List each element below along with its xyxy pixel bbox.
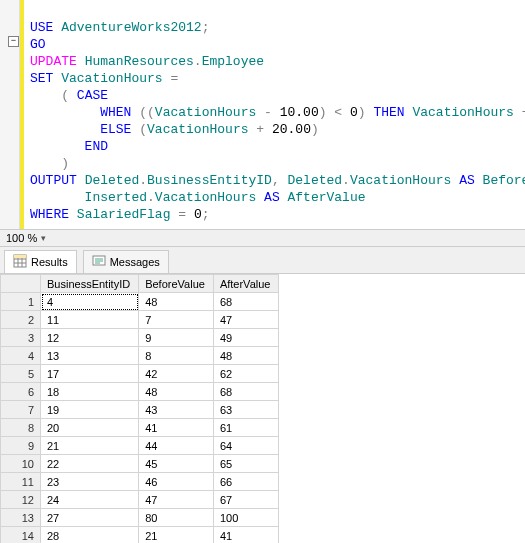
results-grid[interactable]: BusinessEntityID BeforeValue AfterValue … xyxy=(0,274,525,543)
cell[interactable]: 44 xyxy=(139,437,214,455)
cell[interactable]: 63 xyxy=(213,401,279,419)
table-row[interactable]: 14282141 xyxy=(1,527,279,544)
cell[interactable]: 23 xyxy=(41,473,139,491)
table-row[interactable]: 10224565 xyxy=(1,455,279,473)
cell[interactable]: 67 xyxy=(213,491,279,509)
table-row[interactable]: 6184868 xyxy=(1,383,279,401)
row-number[interactable]: 5 xyxy=(1,365,41,383)
table-row[interactable]: 413848 xyxy=(1,347,279,365)
table-row[interactable]: 11234666 xyxy=(1,473,279,491)
cell[interactable]: 4 xyxy=(41,293,139,311)
tab-messages[interactable]: Messages xyxy=(83,250,169,273)
row-number[interactable]: 14 xyxy=(1,527,41,544)
cell[interactable]: 19 xyxy=(41,401,139,419)
paren-close: ) xyxy=(61,156,69,171)
cell[interactable]: 66 xyxy=(213,473,279,491)
row-number[interactable]: 13 xyxy=(1,509,41,527)
kw-case: CASE xyxy=(77,88,108,103)
cell[interactable]: 21 xyxy=(41,437,139,455)
table-row[interactable]: 12244767 xyxy=(1,491,279,509)
table-row[interactable]: 8204161 xyxy=(1,419,279,437)
table: Employee xyxy=(202,54,264,69)
table-row[interactable]: 144868 xyxy=(1,293,279,311)
cell[interactable]: 28 xyxy=(41,527,139,544)
corner-cell[interactable] xyxy=(1,275,41,293)
result-tabs: Results Messages xyxy=(0,247,525,274)
cell[interactable]: 22 xyxy=(41,455,139,473)
cell[interactable]: 47 xyxy=(139,491,214,509)
cell[interactable]: 48 xyxy=(139,383,214,401)
row-number[interactable]: 3 xyxy=(1,329,41,347)
paren-open: ( xyxy=(61,88,69,103)
cell[interactable]: 17 xyxy=(41,365,139,383)
cell[interactable]: 43 xyxy=(139,401,214,419)
cell[interactable]: 7 xyxy=(139,311,214,329)
table-row[interactable]: 211747 xyxy=(1,311,279,329)
kw-output: OUTPUT xyxy=(30,173,77,188)
col-header[interactable]: BusinessEntityID xyxy=(41,275,139,293)
cell[interactable]: 13 xyxy=(41,347,139,365)
row-number[interactable]: 8 xyxy=(1,419,41,437)
table-row[interactable]: 312949 xyxy=(1,329,279,347)
kw-when: WHEN xyxy=(100,105,131,120)
cell[interactable]: 68 xyxy=(213,293,279,311)
cell[interactable]: 48 xyxy=(213,347,279,365)
cell[interactable]: 68 xyxy=(213,383,279,401)
cell[interactable]: 42 xyxy=(139,365,214,383)
code-block[interactable]: USE AdventureWorks2012; GO UPDATE HumanR… xyxy=(30,2,525,223)
grid-icon xyxy=(13,254,27,270)
row-number[interactable]: 2 xyxy=(1,311,41,329)
fold-toggle[interactable]: − xyxy=(8,36,19,47)
table-row[interactable]: 132780100 xyxy=(1,509,279,527)
kw-end: END xyxy=(85,139,108,154)
sql-editor[interactable]: − USE AdventureWorks2012; GO UPDATE Huma… xyxy=(0,0,525,229)
cell[interactable]: 47 xyxy=(213,311,279,329)
zoom-dropdown-icon[interactable]: ▾ xyxy=(41,233,46,243)
row-number[interactable]: 6 xyxy=(1,383,41,401)
kw-where: WHERE xyxy=(30,207,69,222)
row-number[interactable]: 10 xyxy=(1,455,41,473)
cell[interactable]: 12 xyxy=(41,329,139,347)
table-row[interactable]: 7194363 xyxy=(1,401,279,419)
row-number[interactable]: 12 xyxy=(1,491,41,509)
cell[interactable]: 61 xyxy=(213,419,279,437)
cell[interactable]: 45 xyxy=(139,455,214,473)
zoom-value[interactable]: 100 % xyxy=(6,232,37,244)
cell[interactable]: 41 xyxy=(213,527,279,544)
row-number[interactable]: 9 xyxy=(1,437,41,455)
cell[interactable]: 9 xyxy=(139,329,214,347)
cell[interactable]: 100 xyxy=(213,509,279,527)
cell[interactable]: 18 xyxy=(41,383,139,401)
zoom-bar: 100 % ▾ xyxy=(0,229,525,247)
cell[interactable]: 24 xyxy=(41,491,139,509)
table-row[interactable]: 5174262 xyxy=(1,365,279,383)
cell[interactable]: 46 xyxy=(139,473,214,491)
cell[interactable]: 8 xyxy=(139,347,214,365)
row-number[interactable]: 11 xyxy=(1,473,41,491)
col-vh: VacationHours xyxy=(61,71,162,86)
cell[interactable]: 20 xyxy=(41,419,139,437)
col-header[interactable]: AfterValue xyxy=(213,275,279,293)
col-header[interactable]: BeforeValue xyxy=(139,275,214,293)
tab-results-label: Results xyxy=(31,256,68,268)
cell[interactable]: 41 xyxy=(139,419,214,437)
row-number[interactable]: 4 xyxy=(1,347,41,365)
cell[interactable]: 62 xyxy=(213,365,279,383)
cell[interactable]: 48 xyxy=(139,293,214,311)
cell[interactable]: 21 xyxy=(139,527,214,544)
tab-results[interactable]: Results xyxy=(4,250,77,273)
table-row[interactable]: 9214464 xyxy=(1,437,279,455)
cell[interactable]: 80 xyxy=(139,509,214,527)
op-eq: = xyxy=(170,71,178,86)
row-number[interactable]: 1 xyxy=(1,293,41,311)
cell[interactable]: 64 xyxy=(213,437,279,455)
svg-rect-5 xyxy=(14,255,26,258)
kw-then: THEN xyxy=(373,105,404,120)
cell[interactable]: 11 xyxy=(41,311,139,329)
cell[interactable]: 49 xyxy=(213,329,279,347)
cell[interactable]: 27 xyxy=(41,509,139,527)
results-table[interactable]: BusinessEntityID BeforeValue AfterValue … xyxy=(0,274,279,543)
kw-else: ELSE xyxy=(100,122,131,137)
cell[interactable]: 65 xyxy=(213,455,279,473)
row-number[interactable]: 7 xyxy=(1,401,41,419)
